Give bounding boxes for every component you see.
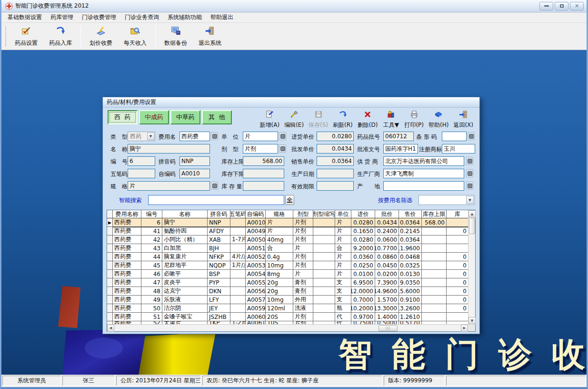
stock-qty-input[interactable] [243,181,284,191]
horizontal-scroll-thumb[interactable]: ||| [379,325,398,331]
wholesale-price-input[interactable] [317,144,354,154]
pinyin-input[interactable] [179,156,210,166]
table-row[interactable]: 西药费49乐肤液LFYA005710mg外用支0.70001.57000.910… [107,296,468,304]
tab-chinese-herbal-medicine[interactable]: 中草药 [170,110,200,124]
close-button[interactable]: ✕ [570,2,584,10]
barcode-lookup-button[interactable] [468,132,475,140]
smart-search-input[interactable] [148,195,284,205]
fee-name-input[interactable] [179,132,210,141]
drug-settings-button[interactable]: 药品设置 [9,25,43,48]
column-header[interactable]: 进价 [351,210,375,218]
supplier-input[interactable] [383,156,464,166]
column-header[interactable]: 编号 [141,210,162,218]
column-header[interactable]: 剂型 [293,210,313,218]
dosage-form-input[interactable] [243,144,278,154]
search-all-button[interactable]: 全 [285,195,294,205]
table-row[interactable]: 西药费45尼群地平NQDP1片/次A005310mg片剂片0.02500.045… [107,261,468,270]
maximize-button[interactable] [555,2,568,10]
print-button[interactable]: 打印(P) [402,109,426,129]
menu-help-exit[interactable]: 帮助退出 [206,12,238,23]
vertical-scroll-thumb[interactable] [469,218,475,234]
column-header[interactable]: 名称 [162,210,208,218]
spec-lookup-button[interactable] [211,182,218,190]
menu-pharmacy[interactable]: 药库管理 [46,12,78,23]
column-header[interactable]: 售价 [399,210,422,218]
table-row[interactable]: 西药费43白加黑BJHA0051合片合9.200010.770011.9600 [107,244,468,253]
fee-name-lookup-button[interactable] [211,132,218,140]
table-row[interactable]: 西药费42小阿比（精）XAB1-7片/A005040mg片剂片0.02800.0… [107,235,468,244]
code-input[interactable] [128,156,155,166]
pricing-fee-button[interactable]: 划价收费 [84,25,118,48]
drug-inbound-button[interactable]: 药品入库 [43,25,78,48]
column-header[interactable]: 五笔码 [230,210,246,218]
barcode-input[interactable] [442,132,467,141]
type-combo[interactable]: 西药▼ [128,132,155,141]
trademark-input[interactable] [442,144,475,154]
tab-western-medicine[interactable]: 西 药 [108,110,138,124]
daily-income-button[interactable]: 每天收入 [118,25,152,48]
table-row[interactable]: ▶西药费6脑宁NNPA0010片片剂片0.02800.04340.0364568… [107,218,468,227]
scroll-down-icon[interactable]: ▼ [468,317,476,324]
add-button[interactable]: 新增(A) [258,109,282,129]
dosage-form-lookup-button[interactable] [279,144,286,153]
table-row[interactable]: 西药费44脑复康片NFKP4片/次A00520.4g片剂片0.03600.086… [107,253,468,261]
exit-system-button[interactable]: 退出系统 [193,25,227,48]
column-header[interactable]: 拼音码 [208,210,230,218]
self-code-input[interactable] [179,169,210,178]
unit-lookup-button[interactable] [279,132,286,140]
tab-other[interactable]: 其 他 [202,110,232,124]
menu-outpatient-fee[interactable]: 门诊收费管理 [78,12,120,23]
table-row[interactable]: 西药费46必嗽平BSPA00548mg片片0.01000.02000.01300 [107,270,468,278]
name-input[interactable] [128,144,210,154]
origin-lookup-button[interactable] [466,182,473,190]
manufacturer-lookup-button[interactable] [466,169,473,177]
horizontal-scrollbar[interactable]: ◀ ||| ▶ [107,324,468,331]
production-date-input[interactable] [317,169,354,178]
scroll-up-icon[interactable]: ▲ [468,210,476,217]
unit-input[interactable] [243,132,278,141]
stock-upper-input[interactable] [243,156,284,166]
menu-business-query[interactable]: 门诊业务查询 [120,12,163,23]
approval-no-input[interactable] [383,144,418,154]
save-button[interactable]: 保存(S) [306,109,330,129]
menu-system-aux[interactable]: 系统辅助功能 [163,12,206,23]
table-row[interactable]: 西药费48达克宁DKNA005620g膏剂支12.000014.960015.6… [107,287,468,296]
column-header[interactable]: 费用名称 [113,210,141,218]
column-header[interactable]: 规格 [266,210,293,218]
tab-chinese-patent-medicine[interactable]: 中成药 [139,110,169,124]
table-row[interactable]: 西药费47皮炎平PYPA005520g膏剂支6.95007.39009.0350… [107,278,468,287]
column-header[interactable]: 单位 [335,210,351,218]
edit-button[interactable]: 编辑(E) [282,109,306,129]
expiry-input[interactable] [317,181,354,191]
column-header[interactable]: 批价 [375,210,399,218]
stock-lower-input[interactable] [243,169,284,178]
scroll-right-icon[interactable]: ▶ [461,325,468,332]
origin-input[interactable] [383,181,464,191]
table-row[interactable]: 西药费50洁尔阴JEYA0059120ml洗液瓶10.200013.300013… [107,304,468,313]
scroll-left-icon[interactable]: ◀ [107,325,114,332]
purchase-price-input[interactable] [317,132,354,141]
minimize-button[interactable] [539,2,553,10]
refresh-button[interactable]: 刷新(R) [330,109,355,129]
column-header[interactable]: 自编码 [246,210,266,218]
help-button[interactable]: 帮助(H) [426,109,451,129]
column-header[interactable]: 剂型缩写 [313,210,335,218]
table-cell: 20g [266,287,293,296]
table-row[interactable]: 西药费51金嗓子喉宝JSZHBA006020S片剂代0.97001.40001.… [107,313,468,321]
supplier-lookup-button[interactable] [466,157,473,165]
return-button[interactable]: 返回(X) [451,109,476,129]
tools-button[interactable]: 工具▼ [380,109,402,129]
column-header[interactable]: 库 [447,210,468,218]
wubi-input[interactable] [128,169,155,178]
sale-price-input[interactable] [317,156,354,166]
spec-input[interactable] [128,181,210,191]
manufacturer-input[interactable] [383,169,464,178]
vertical-scrollbar[interactable]: ▲ ▼ [468,210,475,324]
table-row[interactable]: 西药费41氨酚待因AFDYA0049片片剂片0.16500.24000.2145… [107,227,468,235]
delete-button[interactable]: 删除(D) [355,109,380,129]
batch-no-input[interactable] [383,132,414,141]
menu-basic-data[interactable]: 基础数据设置 [3,12,46,23]
column-header[interactable]: 库存上限 [422,210,447,218]
data-backup-button[interactable]: 数据备份 [159,25,193,48]
fee-filter-combo[interactable]: ▼ [419,195,475,205]
